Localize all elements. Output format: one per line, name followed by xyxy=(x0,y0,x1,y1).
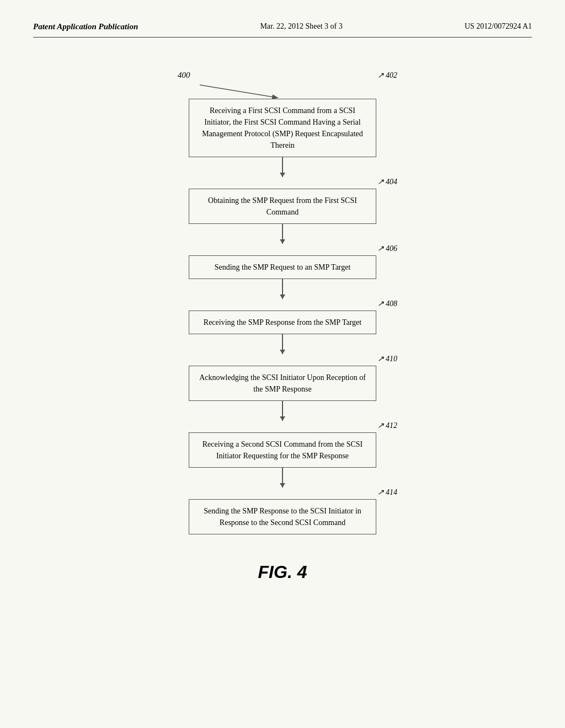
step-label-414: ↗ 414 xyxy=(377,488,398,497)
step-label-410: ↗ 410 xyxy=(377,354,398,363)
step-label-412: ↗ 412 xyxy=(377,421,398,430)
step-box-408: Receiving the SMP Response from the SMP … xyxy=(189,311,376,334)
step-box-402: Receiving a First SCSI Command from a SC… xyxy=(189,99,376,157)
publication-label: Patent Application Publication xyxy=(33,22,138,31)
connector-5 xyxy=(282,401,283,421)
step-408-text: Receiving the SMP Response from the SMP … xyxy=(204,318,361,326)
header-right: US 2012/0072924 A1 xyxy=(465,22,532,31)
step-box-414: Sending the SMP Response to the SCSI Ini… xyxy=(189,499,376,534)
step-box-410: Acknowledging the SCSI Initiator Upon Re… xyxy=(189,366,376,401)
step-404-text: Obtaining the SMP Request from the First… xyxy=(208,196,357,216)
connector-1 xyxy=(282,157,283,177)
step-406-text: Sending the SMP Request to an SMP Target xyxy=(215,263,351,271)
step-label-404: ↗ 404 xyxy=(377,177,398,186)
flowchart: 400 ↗ 402 Receiving xyxy=(33,71,532,534)
step-label-402: ↗ 402 xyxy=(377,71,398,80)
figure-label: FIG. 4 xyxy=(258,562,307,582)
step-402-text: Receiving a First SCSI Command from a SC… xyxy=(202,106,363,149)
diagram-container: 400 ↗ 402 Receiving xyxy=(33,71,532,582)
step-410-text: Acknowledging the SCSI Initiator Upon Re… xyxy=(199,373,366,393)
connector-6 xyxy=(282,468,283,488)
main-diagram-label: 400 xyxy=(178,71,190,80)
date-sheet-label: Mar. 22, 2012 Sheet 3 of 3 xyxy=(260,22,342,30)
step-label-406: ↗ 406 xyxy=(377,244,398,253)
connector-2 xyxy=(282,224,283,244)
header-center: Mar. 22, 2012 Sheet 3 of 3 xyxy=(260,22,342,31)
header-left: Patent Application Publication xyxy=(33,22,138,31)
connector-3 xyxy=(282,279,283,299)
step-412-text: Receiving a Second SCSI Command from the… xyxy=(202,440,363,460)
step-414-text: Sending the SMP Response to the SCSI Ini… xyxy=(204,507,361,527)
page-header: Patent Application Publication Mar. 22, … xyxy=(33,22,532,38)
page: Patent Application Publication Mar. 22, … xyxy=(0,0,565,728)
step-box-406: Sending the SMP Request to an SMP Target xyxy=(189,255,376,279)
step-box-404: Obtaining the SMP Request from the First… xyxy=(189,189,376,224)
step-box-412: Receiving a Second SCSI Command from the… xyxy=(189,432,376,468)
step-label-408: ↗ 408 xyxy=(377,299,398,308)
connector-4 xyxy=(282,334,283,354)
svg-line-0 xyxy=(200,85,277,98)
patent-number-label: US 2012/0072924 A1 xyxy=(465,22,532,30)
